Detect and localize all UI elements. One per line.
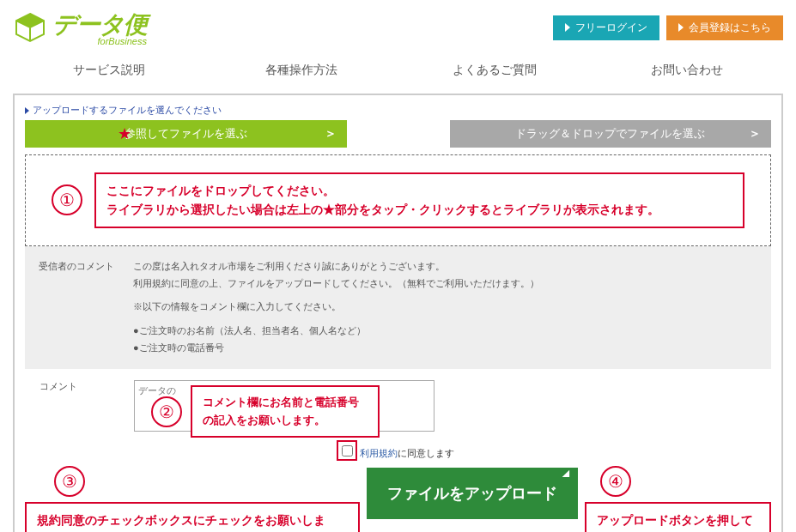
corner-triangle-icon [562,469,574,481]
agree-checkbox[interactable] [342,445,353,456]
annotation-1-line1: ここにファイルをドロップしてください。 [106,181,732,200]
receiver-comment-label: 受信者のコメント [39,258,133,357]
terms-link[interactable]: 利用規約 [360,448,398,458]
header: データ便 forBusiness フリーログイン 会員登録はこちら [0,0,796,46]
annotation-1-line2: ライブラリから選択したい場合は左上の★部分をタップ・クリックするとライブラリが表… [106,200,732,219]
nav-item-contact[interactable]: お問い合わせ [591,54,783,87]
agree-text: 利用規約に同意します [360,448,454,458]
annotation-4-box: アップロードボタンを押して入稿完了です！ [585,502,771,532]
tab-browse-file[interactable]: ★ 参照してファイルを選ぶ ＞ [25,120,347,148]
triangle-icon [565,23,570,32]
chevron-right-icon: ＞ [325,126,337,142]
free-login-label: フリーログイン [575,21,647,35]
annotation-4-marker: ④ [600,466,631,497]
file-dropzone[interactable]: ① ここにファイルをドロップしてください。 ライブラリから選択したい場合は左上の… [25,154,771,246]
annotation-2-marker: ② [151,396,182,427]
receiver-line: この度は名入れタオル市場をご利用くださり誠にありがとうございます。 [133,258,757,275]
chevron-right-icon: ＞ [749,126,761,142]
upload-button[interactable]: ファイルをアップロード [367,468,578,519]
upload-prompt-text: アップロードするファイルを選んでください [33,104,222,117]
annotation-1-box: ここにファイルをドロップしてください。 ライブラリから選択したい場合は左上の★部… [94,172,744,228]
receiver-line: ●ご注文時のお名前（法人名、担当者名、個人名など） [133,323,757,340]
agree-rest: に同意します [398,448,454,458]
tab-drag-drop[interactable]: ドラッグ＆ドロップでファイルを選ぶ ＞ [450,120,772,148]
annotation-2-box: コメント欄にお名前と電話番号の記入をお願いします。 [191,385,380,438]
receiver-line: ●ご注文時の電話番号 [133,340,757,357]
receiver-line: 利用規約に同意の上、ファイルをアップロードしてください。（無料でご利用いただけま… [133,275,757,293]
logo-cube-icon [13,10,47,45]
free-login-button[interactable]: フリーログイン [553,15,659,40]
main-nav: サービス説明 各種操作方法 よくあるご質問 お問い合わせ [13,53,783,87]
tab-dragdrop-label: ドラッグ＆ドロップでファイルを選ぶ [515,127,705,140]
annotation-1-marker: ① [52,184,82,215]
annotation-3-marker: ③ [54,466,85,497]
tab-browse-label: 参照してファイルを選ぶ [125,127,247,140]
nav-item-faq[interactable]: よくあるご質問 [398,54,591,87]
comment-label: コメント [39,380,134,393]
triangle-icon [678,23,684,32]
upload-button-label: ファイルをアップロード [387,485,557,502]
star-icon: ★ [118,124,131,143]
agree-row: 利用規約に同意します [25,438,771,459]
logo: データ便 forBusiness [13,9,147,46]
triangle-icon [25,107,29,114]
receiver-line: ※以下の情報をコメント欄に入力してください。 [133,299,757,316]
receiver-comment-section: 受信者のコメント この度は名入れタオル市場をご利用くださり誠にありがとうございま… [25,246,771,369]
nav-item-operations[interactable]: 各種操作方法 [205,54,398,87]
annotation-3-box: 規約同意のチェックボックスにチェックをお願いします。（ご利用は無料なのでご安心く… [25,502,360,532]
upload-prompt: アップロードするファイルを選んでください [25,104,771,117]
comment-section: コメント ② コメント欄にお名前と電話番号の記入をお願いします。 [25,369,771,438]
main-panel: アップロードするファイルを選んでください ★ 参照してファイルを選ぶ ＞ ドラッ… [13,94,783,532]
register-label: 会員登録はこちら [689,21,771,35]
logo-text: データ便 [52,11,147,38]
register-button[interactable]: 会員登録はこちら [666,15,783,40]
nav-item-service[interactable]: サービス説明 [13,54,205,87]
